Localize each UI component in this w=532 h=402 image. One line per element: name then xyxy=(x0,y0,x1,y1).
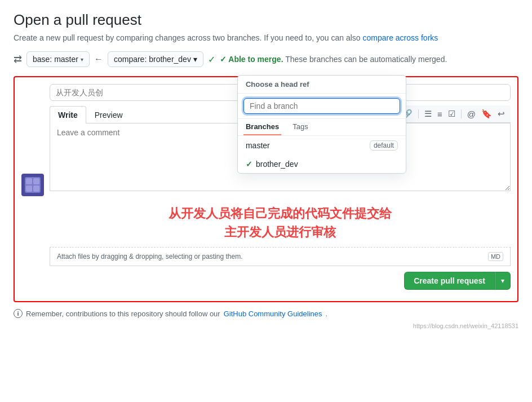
branch-search-input[interactable] xyxy=(243,98,400,114)
footer-period: . xyxy=(326,310,328,318)
dropdown-header: Choose a head ref xyxy=(238,76,406,94)
create-pull-request-caret-button[interactable]: ▾ xyxy=(495,272,511,290)
annotation-line1: 从开发人员将自己完成的代码文件提交给 xyxy=(50,204,511,223)
branch-item-master[interactable]: master default xyxy=(238,136,406,155)
ordered-list-icon[interactable]: ≡ xyxy=(436,108,444,120)
footer-note: i Remember, contributions to this reposi… xyxy=(14,309,518,318)
base-branch-label: base: master xyxy=(33,55,78,64)
preview-tab[interactable]: Preview xyxy=(86,106,131,123)
submit-row: Create pull request ▾ xyxy=(50,272,511,290)
compare-branch-caret-icon: ▾ xyxy=(193,55,197,64)
page-title: Open a pull request xyxy=(14,11,518,29)
unordered-list-icon[interactable]: ☰ xyxy=(423,108,433,120)
avatar-inner xyxy=(25,177,41,193)
merge-status: ✓ Able to merge. These branches can be a… xyxy=(220,55,447,64)
branch-item-brother-dev[interactable]: ✓ brother_dev xyxy=(238,155,406,173)
reference-icon[interactable]: 🔖 xyxy=(480,108,493,120)
undo-icon[interactable]: ↩ xyxy=(496,108,506,120)
dropdown-tabs: Branches Tags xyxy=(238,119,406,136)
compare-branch-button[interactable]: compare: brother_dev ▾ xyxy=(108,51,203,67)
merge-desc: These branches can be automatically merg… xyxy=(285,55,447,64)
annotation-line2: 主开发人员进行审核 xyxy=(50,223,511,241)
avatar xyxy=(21,174,44,196)
compare-branch-wrapper: compare: brother_dev ▾ Choose a head ref… xyxy=(108,51,203,67)
svg-rect-0 xyxy=(26,178,32,184)
markdown-icon: MD xyxy=(488,252,503,261)
mention-icon[interactable]: @ xyxy=(466,108,477,120)
branch-arrows-icon: ⇄ xyxy=(14,53,22,65)
branch-dropdown: Choose a head ref Branches Tags master d… xyxy=(237,75,406,174)
task-list-icon[interactable]: ☑ xyxy=(447,108,456,120)
tags-tab[interactable]: Tags xyxy=(290,119,310,135)
footer-text: Remember, contributions to this reposito… xyxy=(26,310,220,318)
branch-name-brother-dev: brother_dev xyxy=(256,160,298,169)
able-to-merge-label: ✓ Able to merge. xyxy=(220,55,283,64)
write-tab[interactable]: Write xyxy=(50,106,86,123)
arrow-right-icon: ← xyxy=(94,54,103,64)
base-branch-button[interactable]: base: master ▾ xyxy=(26,51,90,67)
attach-bar: Attach files by dragging & dropping, sel… xyxy=(50,247,511,266)
dropdown-search-area xyxy=(238,94,406,119)
editor-toolbar: 🔗 ☰ ≡ ☑ @ 🔖 ↩ xyxy=(396,105,511,123)
attach-text: Attach files by dragging & dropping, sel… xyxy=(57,253,243,260)
create-pull-request-button[interactable]: Create pull request xyxy=(404,272,495,290)
toolbar-sep-1 xyxy=(418,109,419,118)
selected-check-icon: ✓ xyxy=(246,160,252,169)
csdn-url: https://blog.csdn.net/weixin_42118531 xyxy=(14,323,518,329)
info-icon: i xyxy=(14,309,23,318)
compare-branch-label: compare: brother_dev xyxy=(114,55,191,64)
subtitle: Create a new pull request by comparing c… xyxy=(14,33,518,42)
community-guidelines-link[interactable]: GitHub Community Guidelines xyxy=(224,310,322,318)
subtitle-text: Create a new pull request by comparing c… xyxy=(14,33,361,42)
svg-rect-3 xyxy=(33,185,39,192)
toolbar-sep-2 xyxy=(461,109,462,118)
merge-check-icon: ✓ xyxy=(208,54,215,65)
avatar-icon xyxy=(25,177,41,193)
default-badge: default xyxy=(370,140,398,151)
svg-rect-2 xyxy=(26,185,32,192)
base-branch-caret-icon: ▾ xyxy=(81,56,83,63)
branch-name-master: master xyxy=(246,141,270,150)
compare-forks-link[interactable]: compare across forks xyxy=(362,33,438,42)
annotation-text: 从开发人员将自己完成的代码文件提交给 主开发人员进行审核 xyxy=(50,193,511,247)
branch-bar: ⇄ base: master ▾ ← compare: brother_dev … xyxy=(14,51,518,67)
branches-tab[interactable]: Branches xyxy=(243,119,281,135)
svg-rect-1 xyxy=(33,178,39,184)
